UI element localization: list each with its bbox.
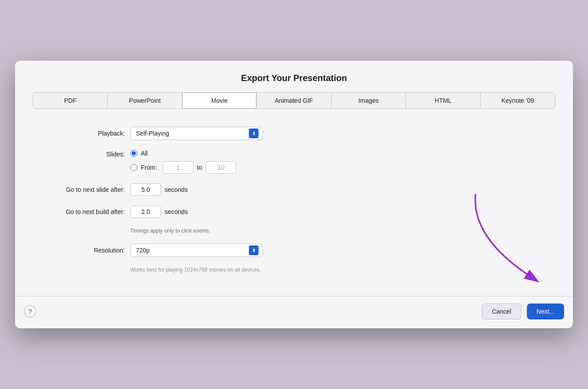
next-build-row: Go to next build after: 2.0 seconds [33,206,555,218]
resolution-hint: Works best for playing 1024x768 movies o… [130,267,555,273]
slides-from-input[interactable]: 1 [162,161,193,174]
dialog-title: Export Your Presentation [15,61,573,92]
next-slide-row: Go to next slide after: 5.0 seconds [33,183,555,196]
slides-all-label: All [141,150,148,157]
playback-label: Playback: [33,130,130,137]
slides-all-radio[interactable] [130,150,137,157]
playback-select[interactable]: Self-Playing Interactive Slideshow Recor… [130,127,263,140]
tab-html[interactable]: HTML [406,93,480,109]
tab-pdf[interactable]: PDF [33,93,108,109]
footer-separator [15,296,573,296]
help-button[interactable]: ? [24,305,36,318]
slides-from-row: From: 1 to 10 [130,161,236,174]
dialog-content: Playback: Self-Playing Interactive Slide… [15,122,573,296]
next-build-unit: seconds [165,208,188,215]
slides-from-radio[interactable] [130,164,137,171]
playback-select-wrapper: Self-Playing Interactive Slideshow Recor… [130,127,263,140]
next-slide-unit: seconds [165,186,188,193]
next-slide-label: Go to next slide after: [33,186,130,193]
resolution-row: Resolution: 540p 720p 1080p 1440p 4K ⬍ [33,244,555,257]
resolution-control: 540p 720p 1080p 1440p 4K ⬍ [130,244,555,257]
slides-options: All From: 1 to 10 [130,150,236,174]
slides-all-row: All [130,150,236,157]
next-build-label: Go to next build after: [33,208,130,215]
tabs-bar: PDF PowerPoint Movie Animated GIF Images… [33,92,555,109]
slides-to-input[interactable]: 10 [205,161,236,174]
tab-animated-gif[interactable]: Animated GIF [257,93,331,109]
playback-row: Playback: Self-Playing Interactive Slide… [33,127,555,140]
slides-to-label: to [197,164,202,171]
footer-buttons: Cancel Next... [482,303,564,319]
resolution-select-wrapper: 540p 720p 1080p 1440p 4K ⬍ [130,244,263,257]
next-build-input[interactable]: 2.0 [130,206,161,218]
next-slide-control: 5.0 seconds [130,183,555,196]
playback-control: Self-Playing Interactive Slideshow Recor… [130,127,555,140]
tab-keynote[interactable]: Keynote '09 [481,93,555,109]
dialog-footer: ? Cancel Next... [15,303,573,328]
resolution-label: Resolution: [33,247,130,254]
next-button[interactable]: Next... [527,303,564,319]
export-dialog: Export Your Presentation PDF PowerPoint … [15,61,573,328]
tab-images[interactable]: Images [332,93,406,109]
tab-powerpoint[interactable]: PowerPoint [108,93,182,109]
tab-movie[interactable]: Movie [182,93,257,109]
slides-from-to-area: 1 to 10 [162,161,237,174]
next-build-control: 2.0 seconds [130,206,555,218]
slides-row: Slides: All From: 1 to 10 [33,150,555,174]
slides-from-label: From: [141,164,157,171]
next-slide-input[interactable]: 5.0 [130,183,161,196]
resolution-select[interactable]: 540p 720p 1080p 1440p 4K [130,244,263,257]
timings-hint: Timings apply only to click events. [130,228,555,234]
slides-label: Slides: [33,150,130,158]
cancel-button[interactable]: Cancel [482,303,522,319]
